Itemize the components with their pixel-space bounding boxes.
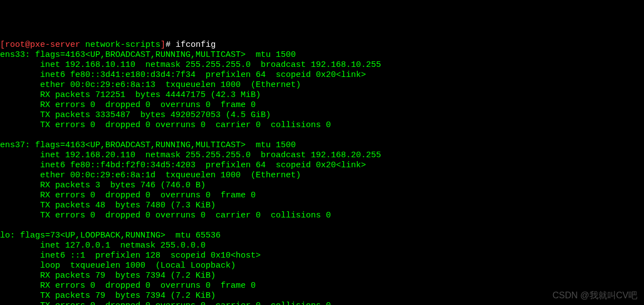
bracket-open: [ [0, 40, 5, 50]
bracket-close: ] [160, 40, 165, 50]
ens37-inet: inet 192.168.20.110 netmask 255.255.255.… [0, 151, 381, 160]
prompt-at: @ [25, 40, 30, 50]
lo-tx-errors: TX errors 0 dropped 0 overruns 0 carrier… [0, 301, 331, 305]
ens37-ether: ether 00:0c:29:e6:8a:1d txqueuelen 1000 … [0, 171, 301, 180]
lo-inet: inet 127.0.0.1 netmask 255.0.0.0 [0, 241, 206, 250]
prompt-user: root [5, 40, 25, 50]
watermark-text: CSDN @我就叫CV吧 [553, 291, 637, 301]
ens33-ether: ether 00:0c:29:e6:8a:13 txqueuelen 1000 … [0, 80, 301, 90]
ens33-header: ens33: flags=4163<UP,BROADCAST,RUNNING,M… [0, 50, 296, 60]
ens33-rx-packets: RX packets 712251 bytes 44447175 (42.3 M… [0, 90, 261, 100]
prompt-path: network-scripts [85, 40, 160, 50]
ens37-header: ens37: flags=4163<UP,BROADCAST,RUNNING,M… [0, 141, 296, 150]
terminal[interactable]: [root@pxe-server network-scripts]# ifcon… [0, 40, 644, 305]
ens33-inet6: inet6 fe80::3d41:e180:d3d4:7f34 prefixle… [0, 70, 366, 80]
ens33-inet: inet 192.168.10.110 netmask 255.255.255.… [0, 60, 381, 70]
lo-inet6: inet6 ::1 prefixlen 128 scopeid 0x10<hos… [0, 251, 261, 260]
ens33-rx-errors: RX errors 0 dropped 0 overruns 0 frame 0 [0, 100, 256, 110]
lo-rx-packets: RX packets 79 bytes 7394 (7.2 KiB) [0, 271, 216, 280]
lo-rx-errors: RX errors 0 dropped 0 overruns 0 frame 0 [0, 281, 256, 291]
ens37-rx-packets: RX packets 3 bytes 746 (746.0 B) [0, 181, 206, 190]
lo-loop: loop txqueuelen 1000 (Local Loopback) [0, 261, 236, 270]
prompt-hash: # [165, 40, 175, 50]
lo-header: lo: flags=73<UP,LOOPBACK,RUNNING> mtu 65… [0, 231, 221, 240]
prompt-line-1: [root@pxe-server network-scripts]# ifcon… [0, 40, 216, 50]
ens37-tx-packets: TX packets 48 bytes 7480 (7.3 KiB) [0, 201, 216, 210]
ens37-tx-errors: TX errors 0 dropped 0 overruns 0 carrier… [0, 211, 331, 220]
lo-tx-packets: TX packets 79 bytes 7394 (7.2 KiB) [0, 291, 216, 301]
ens37-rx-errors: RX errors 0 dropped 0 overruns 0 frame 0 [0, 191, 256, 200]
command-text: ifconfig [175, 40, 216, 50]
prompt-host: pxe-server [30, 40, 80, 50]
prompt-space [80, 40, 85, 50]
ens33-tx-errors: TX errors 0 dropped 0 overruns 0 carrier… [0, 120, 331, 130]
ens37-inet6: inet6 fe80::f4bd:f2f0:34d5:4203 prefixle… [0, 161, 366, 170]
ens33-tx-packets: TX packets 3335487 bytes 4920527053 (4.5… [0, 110, 271, 120]
